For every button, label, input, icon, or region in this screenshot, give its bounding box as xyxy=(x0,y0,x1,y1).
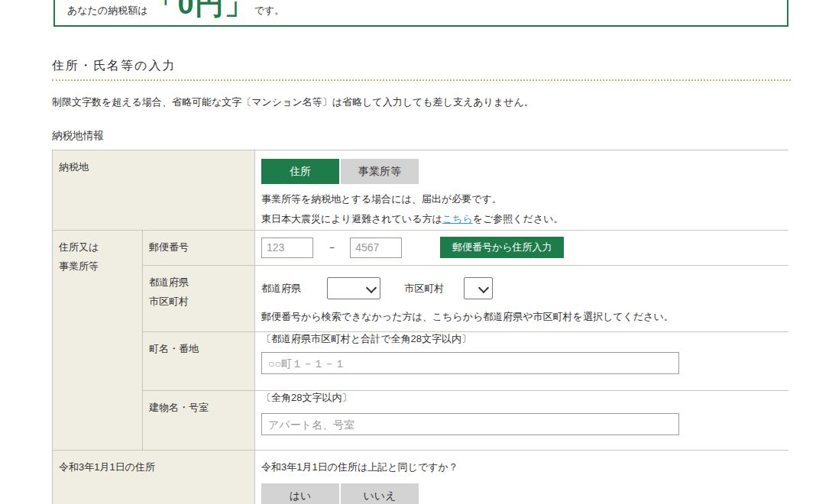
no-button[interactable]: いいえ xyxy=(341,483,419,504)
tax-amount-line: あなたの納税額は「0円」です。 xyxy=(67,0,284,18)
city-field-label: 市区町村 xyxy=(404,283,444,294)
building-room-cell: 〔全角28文字以内〕 xyxy=(255,391,789,451)
postal-code-separator: － xyxy=(327,241,337,253)
town-block-cell: 〔都道府県市区町村と合計で全角28文字以内〕 xyxy=(255,332,789,391)
page: あなたの納税額は「0円」です。 住所・氏名等の入力 制限文字数を超える場合、省略… xyxy=(0,0,832,504)
page-note: 制限文字数を超える場合、省略可能な文字〔マンション名等〕は省略して入力しても差し… xyxy=(52,95,534,109)
reiwa3-address-toggle: はいいいえ xyxy=(261,483,788,504)
city-select[interactable] xyxy=(464,277,493,299)
taxpayer-address-table: 納税地 住所事業所等 事業所等を納税地とする場合には、届出が必要です。 東日本大… xyxy=(52,150,788,504)
building-room-hint: 〔全角28文字以内〕 xyxy=(261,391,788,405)
tax-place-label: 納税地 xyxy=(53,150,255,231)
building-room-input[interactable] xyxy=(261,413,679,435)
prefecture-city-label: 都道府県 市区町村 xyxy=(143,266,255,332)
postal-code-label: 郵便番号 xyxy=(143,231,255,266)
postal-code-input-2[interactable] xyxy=(350,237,402,258)
reiwa3-address-question: 令和3年1月1日の住所は上記と同じですか？ xyxy=(261,460,788,474)
tax-amount-suffix: です。 xyxy=(254,5,285,16)
prefecture-field-label: 都道府県 xyxy=(261,283,301,294)
tax-place-note-1: 事業所等を納税地とする場合には、届出が必要です。 xyxy=(261,192,788,206)
postal-code-input-1[interactable] xyxy=(261,237,313,258)
address-from-postal-button[interactable]: 郵便番号から住所入力 xyxy=(440,237,565,258)
earthquake-info-link[interactable]: こちら xyxy=(442,213,473,225)
address-toggle-button[interactable]: 住所 xyxy=(261,159,339,184)
chevron-down-icon xyxy=(478,282,489,292)
tax-amount-banner: あなたの納税額は「0円」です。 xyxy=(53,0,788,27)
postal-code-cell: － 郵便番号から住所入力 xyxy=(255,231,789,266)
reiwa3-address-cell: 令和3年1月1日の住所は上記と同じですか？ はいいいえ xyxy=(255,451,789,504)
tax-place-note-2: 東日本大震災により避難されている方はこちらをご参照ください。 xyxy=(261,212,788,226)
yes-button[interactable]: はい xyxy=(261,483,339,504)
tax-place-note-2-post: をご参照ください。 xyxy=(473,213,564,225)
table-row-tax-place: 納税地 住所事業所等 事業所等を納税地とする場合には、届出が必要です。 東日本大… xyxy=(53,150,789,231)
reiwa3-address-label: 令和3年1月1日の住所 xyxy=(53,451,255,504)
section-title-tax-info: 納税地情報 xyxy=(52,129,104,143)
table-row-reiwa3-address: 令和3年1月1日の住所 令和3年1月1日の住所は上記と同じですか？ はいいいえ xyxy=(53,451,789,504)
tax-place-note-2-pre: 東日本大震災により避難されている方は xyxy=(261,213,442,225)
table-row-town-block: 町名・番地 〔都道府県市区町村と合計で全角28文字以内〕 xyxy=(53,332,789,391)
tax-amount-prefix: あなたの納税額は xyxy=(67,5,148,16)
tax-place-cell: 住所事業所等 事業所等を納税地とする場合には、届出が必要です。 東日本大震災によ… xyxy=(255,150,789,231)
table-row-building-room: 建物名・号室 〔全角28文字以内〕 xyxy=(53,391,789,451)
town-block-hint: 〔都道府県市区町村と合計で全角28文字以内〕 xyxy=(261,332,788,346)
table-row-postal-code: 住所又は 事業所等 郵便番号 － 郵便番号から住所入力 xyxy=(53,231,789,266)
building-room-label: 建物名・号室 xyxy=(143,391,255,451)
prefecture-select[interactable] xyxy=(327,277,380,299)
table-row-prefecture-city: 都道府県 市区町村 都道府県 市区町村 郵便番号から検索できなかった方は、こちら… xyxy=(53,266,789,332)
tax-amount-value: 「0円」 xyxy=(148,0,254,20)
prefecture-city-helper: 郵便番号から検索できなかった方は、こちらから都道府県や市区町村を選択してください… xyxy=(261,310,788,324)
town-block-label: 町名・番地 xyxy=(143,332,255,391)
town-block-input[interactable] xyxy=(261,352,679,374)
address-group-label: 住所又は 事業所等 xyxy=(53,231,143,451)
prefecture-city-cell: 都道府県 市区町村 郵便番号から検索できなかった方は、こちらから都道府県や市区町… xyxy=(255,266,789,332)
dotted-divider xyxy=(52,67,791,81)
office-toggle-button[interactable]: 事業所等 xyxy=(341,159,419,184)
tax-place-toggle: 住所事業所等 xyxy=(261,159,788,184)
chevron-down-icon xyxy=(366,282,377,292)
